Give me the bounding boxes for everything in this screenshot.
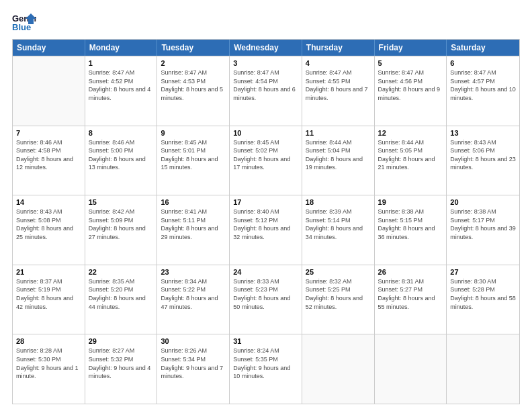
calendar-cell: 25Sunrise: 8:32 AMSunset: 5:25 PMDayligh… [302, 265, 375, 334]
day-number: 16 [161, 198, 226, 206]
day-number: 22 [89, 268, 154, 276]
calendar-cell: 19Sunrise: 8:38 AMSunset: 5:15 PMDayligh… [375, 195, 447, 265]
day-number: 21 [16, 268, 81, 276]
header-day-wednesday: Wednesday [230, 40, 302, 56]
day-number: 15 [89, 198, 154, 206]
cell-info: Sunrise: 8:40 AMSunset: 5:12 PMDaylight:… [233, 208, 298, 241]
day-number: 19 [378, 198, 443, 206]
day-number: 26 [378, 268, 443, 276]
calendar-cell [302, 334, 375, 404]
calendar-cell: 29Sunrise: 8:27 AMSunset: 5:32 PMDayligh… [85, 334, 158, 404]
calendar-cell: 4Sunrise: 8:47 AMSunset: 4:55 PMDaylight… [302, 56, 375, 126]
calendar-body: 1Sunrise: 8:47 AMSunset: 4:52 PMDaylight… [13, 56, 519, 404]
calendar-cell: 23Sunrise: 8:34 AMSunset: 5:22 PMDayligh… [157, 265, 230, 334]
calendar-row-4: 21Sunrise: 8:37 AMSunset: 5:19 PMDayligh… [13, 265, 519, 334]
calendar-cell: 5Sunrise: 8:47 AMSunset: 4:56 PMDaylight… [375, 56, 447, 126]
header-day-friday: Friday [375, 40, 447, 56]
day-number: 8 [89, 129, 154, 137]
calendar-cell: 17Sunrise: 8:40 AMSunset: 5:12 PMDayligh… [230, 195, 302, 265]
day-number: 28 [16, 337, 81, 345]
header-day-monday: Monday [85, 40, 158, 56]
svg-text:Blue: Blue [12, 22, 31, 32]
day-number: 31 [233, 337, 298, 345]
day-number: 10 [233, 129, 298, 137]
calendar-cell: 22Sunrise: 8:35 AMSunset: 5:20 PMDayligh… [85, 265, 158, 334]
cell-info: Sunrise: 8:27 AMSunset: 5:32 PMDaylight:… [89, 347, 154, 380]
calendar-cell: 3Sunrise: 8:47 AMSunset: 4:54 PMDaylight… [230, 56, 302, 126]
cell-info: Sunrise: 8:47 AMSunset: 4:56 PMDaylight:… [378, 68, 443, 102]
cell-info: Sunrise: 8:47 AMSunset: 4:52 PMDaylight:… [89, 68, 154, 102]
day-number: 17 [233, 198, 298, 206]
day-number: 25 [306, 268, 371, 276]
calendar-cell: 27Sunrise: 8:30 AMSunset: 5:28 PMDayligh… [447, 265, 519, 334]
calendar-cell: 21Sunrise: 8:37 AMSunset: 5:19 PMDayligh… [13, 265, 85, 334]
calendar-cell: 26Sunrise: 8:31 AMSunset: 5:27 PMDayligh… [375, 265, 447, 334]
day-number: 7 [16, 129, 81, 137]
header-day-saturday: Saturday [447, 40, 519, 56]
day-number: 30 [161, 337, 226, 345]
header-day-sunday: Sunday [13, 40, 85, 56]
calendar-cell: 12Sunrise: 8:44 AMSunset: 5:05 PMDayligh… [375, 126, 447, 195]
cell-info: Sunrise: 8:28 AMSunset: 5:30 PMDaylight:… [16, 347, 81, 380]
calendar-row-3: 14Sunrise: 8:43 AMSunset: 5:08 PMDayligh… [13, 195, 519, 265]
calendar-cell [447, 334, 519, 404]
calendar-cell: 28Sunrise: 8:28 AMSunset: 5:30 PMDayligh… [13, 334, 85, 404]
day-number: 9 [161, 129, 226, 137]
calendar-cell: 24Sunrise: 8:33 AMSunset: 5:23 PMDayligh… [230, 265, 302, 334]
calendar-cell [375, 334, 447, 404]
cell-info: Sunrise: 8:47 AMSunset: 4:53 PMDaylight:… [161, 68, 226, 102]
cell-info: Sunrise: 8:24 AMSunset: 5:35 PMDaylight:… [233, 347, 298, 380]
day-number: 29 [89, 337, 154, 345]
cell-info: Sunrise: 8:41 AMSunset: 5:11 PMDaylight:… [161, 208, 226, 241]
logo-icon: General Blue [12, 12, 36, 32]
cell-info: Sunrise: 8:33 AMSunset: 5:23 PMDaylight:… [233, 277, 298, 311]
calendar-cell: 18Sunrise: 8:39 AMSunset: 5:14 PMDayligh… [302, 195, 375, 265]
cell-info: Sunrise: 8:44 AMSunset: 5:04 PMDaylight:… [306, 138, 371, 172]
cell-info: Sunrise: 8:34 AMSunset: 5:22 PMDaylight:… [161, 277, 226, 311]
cell-info: Sunrise: 8:47 AMSunset: 4:55 PMDaylight:… [306, 68, 371, 102]
calendar-cell: 30Sunrise: 8:26 AMSunset: 5:34 PMDayligh… [157, 334, 230, 404]
cell-info: Sunrise: 8:35 AMSunset: 5:20 PMDaylight:… [89, 277, 154, 311]
day-number: 11 [306, 129, 371, 137]
day-number: 20 [450, 198, 516, 206]
cell-info: Sunrise: 8:32 AMSunset: 5:25 PMDaylight:… [306, 277, 371, 311]
day-number: 24 [233, 268, 298, 276]
cell-info: Sunrise: 8:45 AMSunset: 5:02 PMDaylight:… [233, 138, 298, 172]
cell-info: Sunrise: 8:43 AMSunset: 5:08 PMDaylight:… [16, 208, 81, 241]
calendar-header: SundayMondayTuesdayWednesdayThursdayFrid… [13, 40, 519, 56]
day-number: 13 [450, 129, 516, 137]
header-day-thursday: Thursday [302, 40, 375, 56]
day-number: 3 [233, 59, 298, 67]
cell-info: Sunrise: 8:38 AMSunset: 5:17 PMDaylight:… [450, 208, 516, 241]
header: General Blue [12, 12, 520, 32]
calendar-cell: 16Sunrise: 8:41 AMSunset: 5:11 PMDayligh… [157, 195, 230, 265]
calendar-cell: 10Sunrise: 8:45 AMSunset: 5:02 PMDayligh… [230, 126, 302, 195]
cell-info: Sunrise: 8:43 AMSunset: 5:06 PMDaylight:… [450, 138, 516, 172]
day-number: 5 [378, 59, 443, 67]
calendar-cell: 2Sunrise: 8:47 AMSunset: 4:53 PMDaylight… [157, 56, 230, 126]
logo: General Blue [12, 12, 36, 32]
day-number: 27 [450, 268, 516, 276]
calendar-cell: 11Sunrise: 8:44 AMSunset: 5:04 PMDayligh… [302, 126, 375, 195]
calendar-cell: 31Sunrise: 8:24 AMSunset: 5:35 PMDayligh… [230, 334, 302, 404]
calendar-row-1: 1Sunrise: 8:47 AMSunset: 4:52 PMDaylight… [13, 56, 519, 126]
calendar-cell: 6Sunrise: 8:47 AMSunset: 4:57 PMDaylight… [447, 56, 519, 126]
calendar-cell: 9Sunrise: 8:45 AMSunset: 5:01 PMDaylight… [157, 126, 230, 195]
day-number: 18 [306, 198, 371, 206]
cell-info: Sunrise: 8:45 AMSunset: 5:01 PMDaylight:… [161, 138, 226, 172]
cell-info: Sunrise: 8:47 AMSunset: 4:57 PMDaylight:… [450, 68, 516, 102]
calendar-cell: 15Sunrise: 8:42 AMSunset: 5:09 PMDayligh… [85, 195, 158, 265]
page: General Blue SundayMondayTuesdayWednesda… [0, 0, 532, 411]
cell-info: Sunrise: 8:39 AMSunset: 5:14 PMDaylight:… [306, 208, 371, 241]
calendar-cell: 20Sunrise: 8:38 AMSunset: 5:17 PMDayligh… [447, 195, 519, 265]
day-number: 2 [161, 59, 226, 67]
cell-info: Sunrise: 8:37 AMSunset: 5:19 PMDaylight:… [16, 277, 81, 311]
day-number: 23 [161, 268, 226, 276]
cell-info: Sunrise: 8:31 AMSunset: 5:27 PMDaylight:… [378, 277, 443, 311]
cell-info: Sunrise: 8:42 AMSunset: 5:09 PMDaylight:… [89, 208, 154, 241]
header-day-tuesday: Tuesday [157, 40, 230, 56]
cell-info: Sunrise: 8:38 AMSunset: 5:15 PMDaylight:… [378, 208, 443, 241]
calendar-row-2: 7Sunrise: 8:46 AMSunset: 4:58 PMDaylight… [13, 126, 519, 195]
calendar-row-5: 28Sunrise: 8:28 AMSunset: 5:30 PMDayligh… [13, 334, 519, 404]
calendar-cell: 1Sunrise: 8:47 AMSunset: 4:52 PMDaylight… [85, 56, 158, 126]
